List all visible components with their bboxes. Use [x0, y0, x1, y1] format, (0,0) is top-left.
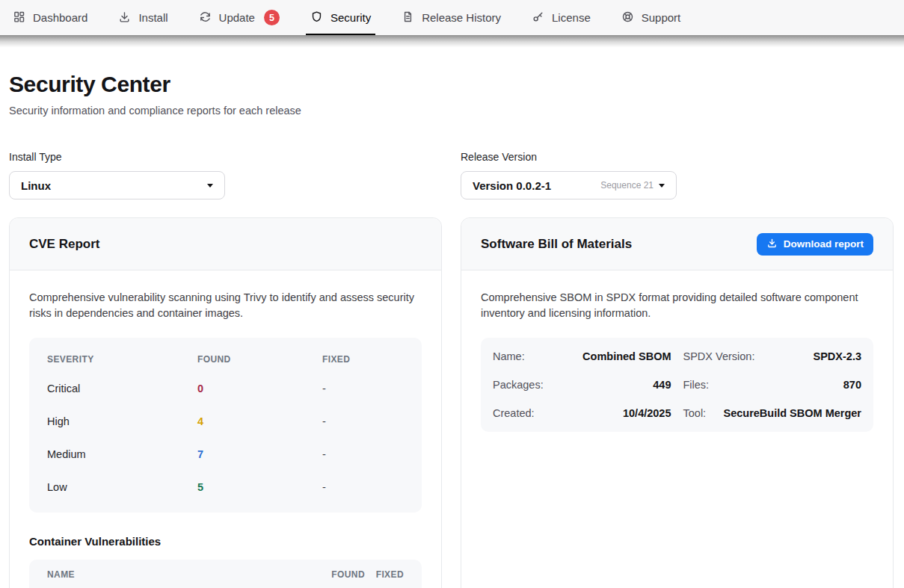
- sbom-field-created: Created: 10/4/2025: [493, 399, 671, 427]
- lifebuoy-icon: [621, 10, 634, 25]
- install-type-value: Linux: [21, 179, 51, 192]
- sbom-field-name: Name: Combined SBOM: [493, 342, 671, 371]
- page-subtitle: Security information and compliance repo…: [9, 105, 894, 117]
- fixed-count: -: [322, 383, 404, 394]
- release-version-select[interactable]: Version 0.0.2-1 Sequence 21: [461, 171, 677, 199]
- severity-label: Medium: [47, 448, 197, 460]
- found-count: 5: [197, 481, 322, 493]
- tab-install[interactable]: Install: [118, 0, 167, 35]
- release-version-filter: Release Version Version 0.0.2-1 Sequence…: [461, 151, 894, 199]
- field-label: Files:: [683, 379, 710, 391]
- sbom-field-files: Files: 870: [683, 371, 862, 399]
- field-value: SPDX-2.3: [814, 350, 861, 362]
- sbom-field-spdx-version: SPDX Version: SPDX-2.3: [683, 342, 862, 371]
- download-report-button[interactable]: Download report: [757, 233, 873, 256]
- table-row: Low 5 -: [47, 471, 404, 504]
- severity-label: Low: [47, 481, 197, 493]
- field-label: Created:: [493, 407, 535, 419]
- sbom-field-tool: Tool: SecureBuild SBOM Merger: [683, 399, 862, 427]
- found-count: 0: [197, 383, 322, 394]
- tab-label: Dashboard: [33, 11, 87, 24]
- found-count: 4: [197, 415, 322, 427]
- update-count-badge: 5: [264, 10, 280, 25]
- tab-label: Install: [138, 11, 167, 24]
- column-header-fixed: FIXED: [322, 354, 404, 365]
- sbom-description: Comprehensive SBOM in SPDX format provid…: [481, 290, 870, 321]
- field-label: Name:: [493, 350, 525, 362]
- dashboard-grid-icon: [13, 10, 25, 25]
- document-icon: [402, 10, 414, 25]
- field-value: 870: [843, 379, 861, 391]
- field-value: SecureBuild SBOM Merger: [723, 407, 861, 419]
- release-sequence-label: Sequence 21: [600, 180, 654, 191]
- table-row: High 4 -: [47, 405, 404, 438]
- column-header-fixed: FIXED: [365, 569, 404, 580]
- column-header-name: NAME: [47, 569, 305, 580]
- main-content: Security Center Security information and…: [0, 72, 904, 588]
- sbom-body: Comprehensive SBOM in SPDX format provid…: [461, 270, 893, 451]
- field-value: Combined SBOM: [582, 350, 671, 362]
- sbom-title: Software Bill of Materials: [481, 237, 632, 252]
- filters-row: Install Type Linux Release Version Versi…: [9, 151, 894, 199]
- severity-label: High: [47, 415, 197, 427]
- field-label: SPDX Version:: [683, 350, 755, 362]
- tab-label: Security: [330, 11, 371, 24]
- install-type-filter: Install Type Linux: [9, 151, 442, 199]
- field-value: 10/4/2025: [623, 407, 671, 419]
- severity-label: Critical: [47, 383, 197, 394]
- top-navigation: Dashboard Install Update 5 Security Rele…: [0, 0, 904, 35]
- release-version-value: Version 0.0.2-1: [473, 179, 551, 192]
- fixed-count: -: [322, 415, 404, 427]
- field-label: Packages:: [493, 379, 544, 391]
- table-row: Critical 0 -: [47, 372, 404, 405]
- tab-label: Release History: [422, 11, 501, 24]
- sbom-info-grid: Name: Combined SBOM SPDX Version: SPDX-2…: [481, 338, 873, 432]
- fixed-count: -: [322, 448, 404, 460]
- column-header-found: FOUND: [197, 354, 322, 365]
- tab-label: Update: [219, 11, 255, 24]
- download-icon: [766, 238, 778, 251]
- container-table-header: NAME FOUND FIXED: [29, 560, 422, 588]
- sbom-header: Software Bill of Materials Download repo…: [461, 218, 893, 270]
- tab-support[interactable]: Support: [621, 0, 681, 35]
- tab-label: License: [552, 11, 591, 24]
- tab-security[interactable]: Security: [310, 0, 371, 35]
- cve-report-body: Comprehensive vulnerability scanning usi…: [10, 270, 441, 588]
- sbom-field-packages: Packages: 449: [493, 371, 671, 399]
- refresh-icon: [199, 10, 212, 25]
- fixed-count: -: [322, 481, 404, 493]
- install-type-label: Install Type: [9, 151, 442, 163]
- column-header-found: FOUND: [305, 569, 365, 580]
- download-icon: [118, 10, 131, 25]
- header-shadow-divider: [0, 35, 904, 47]
- cve-report-header: CVE Report: [10, 218, 441, 270]
- field-value: 449: [653, 379, 671, 391]
- field-label: Tool:: [683, 407, 707, 419]
- chevron-down-icon: [207, 184, 213, 188]
- tab-release-history[interactable]: Release History: [402, 0, 501, 35]
- tab-update[interactable]: Update 5: [199, 0, 280, 35]
- column-header-severity: SEVERITY: [47, 354, 197, 365]
- download-report-label: Download report: [784, 238, 864, 250]
- tab-license[interactable]: License: [532, 0, 591, 35]
- report-cards: CVE Report Comprehensive vulnerability s…: [9, 217, 894, 588]
- release-version-label: Release Version: [461, 151, 894, 163]
- table-row: Medium 7 -: [47, 438, 404, 471]
- install-type-select[interactable]: Linux: [9, 171, 225, 199]
- key-icon: [532, 10, 544, 25]
- found-count: 7: [197, 448, 322, 460]
- sbom-card: Software Bill of Materials Download repo…: [461, 217, 894, 588]
- shield-icon: [310, 10, 323, 25]
- severity-table-header: SEVERITY FOUND FIXED: [47, 344, 404, 372]
- container-vulnerabilities-title: Container Vulnerabilities: [29, 535, 422, 548]
- page-title: Security Center: [9, 72, 894, 97]
- severity-table: SEVERITY FOUND FIXED Critical 0 - High 4…: [29, 338, 422, 513]
- cve-report-card: CVE Report Comprehensive vulnerability s…: [9, 217, 442, 588]
- chevron-down-icon: [659, 184, 665, 188]
- cve-report-title: CVE Report: [29, 237, 99, 252]
- cve-report-description: Comprehensive vulnerability scanning usi…: [29, 290, 418, 321]
- tab-dashboard[interactable]: Dashboard: [13, 0, 87, 35]
- tab-label: Support: [642, 11, 681, 24]
